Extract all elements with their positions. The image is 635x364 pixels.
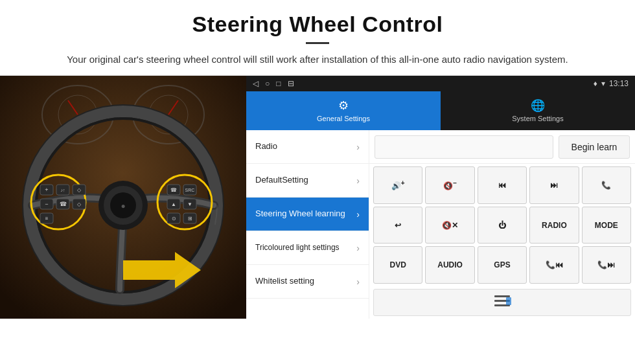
svg-text:−: − (45, 201, 48, 207)
page-title: Steering Wheel Control (26, 12, 609, 37)
mute-button[interactable]: 🔇✕ (425, 207, 474, 244)
nav-buttons: ◁ ○ □ ⊟ (253, 79, 294, 88)
menu-item-radio[interactable]: Radio › (246, 130, 369, 164)
audio-button[interactable]: AUDIO (425, 246, 474, 284)
menu-item-default[interactable]: DefaultSetting › (246, 164, 369, 198)
menu-right: Begin learn 🔊+ 🔇− (369, 130, 635, 319)
header-description: Your original car's steering wheel contr… (65, 52, 570, 67)
menu-item-steering[interactable]: Steering Wheel learning › (246, 198, 369, 231)
time-display: 13:13 (609, 79, 629, 88)
svg-text:☎: ☎ (60, 201, 67, 207)
power-button[interactable]: ⏻ (478, 207, 527, 244)
status-bar: ◁ ○ □ ⊟ ♦ ▾ 13:13 (246, 76, 635, 91)
begin-learn-button[interactable]: Begin learn (559, 135, 630, 159)
tab-system[interactable]: 🌐 System Settings (441, 91, 635, 130)
status-indicators: ♦ ▾ 13:13 (594, 79, 629, 88)
chevron-icon: › (356, 209, 360, 220)
android-ui: ◁ ○ □ ⊟ ♦ ▾ 13:13 ⚙ General Settings (246, 76, 635, 319)
hang-up-icon: ↩ (395, 221, 401, 230)
menu-item-tricoloured[interactable]: Tricoloured light settings › (246, 231, 369, 265)
vol-up-icon: 🔊+ (391, 179, 405, 190)
svg-text:⊞: ⊞ (188, 216, 192, 222)
mute-icon: 🔇✕ (442, 221, 458, 230)
phone-button[interactable]: 📞 (582, 166, 631, 204)
header-section: Steering Wheel Control Your original car… (0, 0, 635, 75)
vol-down-icon: 🔇− (443, 179, 457, 190)
steering-wheel-image: ● + ♪↑ ◇ − ☎ ◇ ≡ (0, 76, 246, 319)
svg-text:●: ● (121, 201, 125, 210)
svg-text:☎: ☎ (170, 187, 177, 193)
mode-button[interactable]: MODE (582, 207, 631, 244)
svg-text:▲: ▲ (171, 201, 176, 207)
svg-text:▼: ▼ (187, 201, 192, 207)
hang-up-button[interactable]: ↩ (373, 207, 422, 244)
svg-rect-47 (506, 297, 511, 305)
system-settings-icon: 🌐 (531, 98, 545, 113)
header-divider (306, 42, 329, 44)
nav-cast-icon[interactable]: ⊟ (288, 79, 294, 88)
tel-next-button[interactable]: 📞⏭ (582, 246, 631, 284)
general-settings-icon: ⚙ (338, 98, 349, 113)
chevron-icon: › (356, 243, 360, 253)
content-area: ● + ♪↑ ◇ − ☎ ◇ ≡ (0, 75, 635, 318)
tel-next-icon: 📞⏭ (597, 260, 615, 269)
gps-button[interactable]: GPS (478, 246, 527, 284)
whitelist-icon (493, 292, 511, 313)
svg-text:♪↑: ♪↑ (61, 188, 65, 192)
steering-wheel-svg: ● + ♪↑ ◇ − ☎ ◇ ≡ (0, 76, 246, 319)
radio-button[interactable]: RADIO (529, 207, 579, 244)
chevron-icon: › (356, 277, 360, 287)
prev-track-button[interactable]: ⏮ (478, 166, 527, 204)
next-track-icon: ⏭ (550, 181, 558, 190)
svg-text:⊙: ⊙ (172, 216, 176, 222)
power-icon: ⏻ (498, 221, 506, 230)
wifi-icon: ▾ (601, 79, 605, 88)
menu-item-whitelist[interactable]: Whitelist setting › (246, 265, 369, 299)
svg-text:◇: ◇ (77, 187, 82, 193)
next-track-button[interactable]: ⏭ (529, 166, 579, 204)
svg-text:+: + (45, 187, 48, 193)
svg-text:≡: ≡ (45, 216, 49, 222)
learn-input-empty (375, 135, 553, 159)
begin-learn-row: Begin learn (369, 130, 635, 164)
svg-rect-44 (494, 295, 510, 297)
tab-system-label: System Settings (512, 115, 563, 122)
svg-text:◇: ◇ (77, 201, 82, 207)
nav-recent-icon[interactable]: □ (276, 79, 281, 88)
tab-general-label: General Settings (317, 115, 370, 122)
tab-bar: ⚙ General Settings 🌐 System Settings (246, 91, 635, 130)
controls-row-2: ↩ 🔇✕ ⏻ RADIO MODE (373, 207, 631, 244)
tab-general[interactable]: ⚙ General Settings (246, 91, 441, 130)
controls-grid: 🔊+ 🔇− ⏮ ⏭ 📞 (369, 164, 635, 286)
controls-row-1: 🔊+ 🔇− ⏮ ⏭ 📞 (373, 166, 631, 204)
menu-left: Radio › DefaultSetting › Steering Wheel … (246, 130, 369, 319)
menu-list: Radio › DefaultSetting › Steering Wheel … (246, 130, 635, 319)
vol-down-button[interactable]: 🔇− (425, 166, 474, 204)
tel-prev-icon: 📞⏮ (546, 260, 563, 269)
chevron-icon: › (356, 176, 360, 186)
whitelist-icon-row[interactable] (373, 289, 631, 316)
prev-track-icon: ⏮ (498, 181, 506, 190)
location-icon: ♦ (594, 79, 597, 88)
vol-up-button[interactable]: 🔊+ (373, 166, 422, 204)
page-wrapper: Steering Wheel Control Your original car… (0, 0, 635, 318)
controls-row-3: DVD AUDIO GPS 📞⏮ 📞⏭ (373, 246, 631, 284)
svg-text:SRC: SRC (185, 188, 195, 192)
nav-home-icon[interactable]: ○ (265, 79, 270, 88)
tel-prev-button[interactable]: 📞⏮ (529, 246, 579, 284)
nav-back-icon[interactable]: ◁ (253, 79, 259, 88)
chevron-icon: › (356, 142, 360, 152)
dvd-button[interactable]: DVD (373, 246, 422, 284)
phone-icon: 📞 (601, 181, 611, 190)
